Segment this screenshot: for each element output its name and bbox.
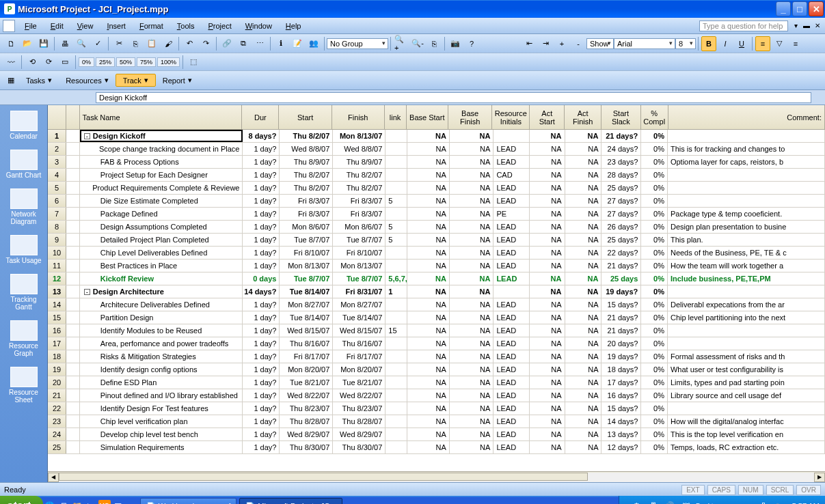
menu-help[interactable]: Help <box>279 20 308 31</box>
autofilter-icon[interactable]: ≡ <box>788 36 803 51</box>
guide-toggle-icon[interactable]: ▦ <box>3 73 18 88</box>
print-preview-icon[interactable]: 🔍 <box>74 36 89 51</box>
pct-0-button[interactable]: 0% <box>79 57 94 67</box>
task-notes-icon[interactable]: 📝 <box>290 36 305 51</box>
taskbar-app-button[interactable]: 📄Microsoft Project - JC... <box>239 498 342 504</box>
paste-icon[interactable]: 📋 <box>144 36 159 51</box>
add-progress-icon[interactable]: ▭ <box>57 55 72 70</box>
table-row[interactable]: 10Chip Level Deliverables Defined1 day?F… <box>48 247 825 260</box>
header-actfinish[interactable]: Act Finish <box>565 105 601 129</box>
menu-tools[interactable]: Tools <box>170 20 202 31</box>
tasks-guide-button[interactable]: Tasks ▾ <box>19 74 59 86</box>
table-row[interactable]: 7Package Defined1 day?Fri 8/3/07Fri 8/3/… <box>48 208 825 221</box>
view-resource-sheet[interactable]: Resource Sheet <box>3 367 44 404</box>
update-project-icon[interactable]: ⬚ <box>186 55 201 70</box>
underline-button[interactable]: U <box>734 36 749 51</box>
table-row[interactable]: 4Project Setup for Each Designer1 day?Th… <box>48 169 825 182</box>
table-row[interactable]: 17Area, perfomance and power tradeoffs1 … <box>48 337 825 350</box>
tray-icon-3[interactable]: 🔊 <box>664 500 676 504</box>
split-task-icon[interactable]: ⋯ <box>252 36 267 51</box>
table-row[interactable]: 13-Design Architecture14 days?Tue 8/14/0… <box>48 285 825 298</box>
mdi-minimize-button[interactable]: ▬ <box>802 21 811 31</box>
table-row[interactable]: 21Pinout defined and I/O library establi… <box>48 389 825 402</box>
table-row[interactable]: 11Best Practices in Place1 day?Mon 8/13/… <box>48 260 825 272</box>
spelling-icon[interactable]: ✓ <box>90 36 105 51</box>
header-slack[interactable]: Start Slack <box>601 105 641 129</box>
undo-icon[interactable]: ↶ <box>182 36 197 51</box>
header-actstart[interactable]: Act Start <box>530 105 565 129</box>
outline-toggle-icon[interactable]: - <box>84 289 90 295</box>
quick-launch-ie-icon[interactable]: 🌐 <box>44 500 56 504</box>
table-row[interactable]: 18Risks & Mitigation Strategies1 day?Fri… <box>48 350 825 363</box>
horizontal-scrollbar[interactable]: ◀ ▶ <box>48 471 825 482</box>
table-row[interactable]: 20Define ESD Plan1 day?Tue 8/21/07Tue 8/… <box>48 376 825 389</box>
pct-50-button[interactable]: 50% <box>116 57 135 67</box>
filter-icon[interactable]: ▽ <box>772 36 787 51</box>
header-link[interactable]: link <box>385 105 407 129</box>
resources-guide-button[interactable]: Resources ▾ <box>59 74 116 86</box>
start-button[interactable]: start <box>0 496 43 504</box>
progress-line-icon[interactable]: 〰 <box>3 55 18 70</box>
reschedule-icon[interactable]: ⟳ <box>41 55 56 70</box>
hide-subtasks-icon[interactable]: - <box>571 36 586 51</box>
entry-bar-input[interactable] <box>96 92 811 103</box>
new-icon[interactable]: 🗋 <box>3 36 18 51</box>
document-icon[interactable] <box>3 20 15 32</box>
quick-launch-media-icon[interactable]: ▶ <box>85 500 97 504</box>
copy-icon[interactable]: ⎘ <box>128 36 143 51</box>
quick-launch-explorer-icon[interactable]: 📁 <box>71 500 83 504</box>
goto-task-icon[interactable]: ⎘ <box>427 36 442 51</box>
table-row[interactable]: 3FAB & Process Options1 day?Thu 8/9/07Th… <box>48 156 825 169</box>
window-close-button[interactable]: ✕ <box>809 1 824 16</box>
tray-chevron-icon[interactable]: » <box>725 500 737 504</box>
quick-launch-vlc-icon[interactable]: VC <box>98 500 111 504</box>
header-taskname[interactable]: Task Name <box>80 105 243 129</box>
view-calendar[interactable]: Calendar <box>3 111 44 140</box>
header-comment[interactable]: Comment: <box>668 105 825 129</box>
help-search-input[interactable] <box>699 20 788 31</box>
menu-view[interactable]: View <box>70 20 100 31</box>
header-indicator[interactable] <box>66 105 79 129</box>
window-minimize-button[interactable]: _ <box>776 1 791 16</box>
header-basefinish[interactable]: Base Finish <box>448 105 492 129</box>
cut-icon[interactable]: ✂ <box>111 36 126 51</box>
window-maximize-button[interactable]: □ <box>792 1 807 16</box>
table-row[interactable]: 5Product Requirements Complete & Reviewe… <box>48 182 825 195</box>
font-combo[interactable]: Arial <box>614 38 675 49</box>
outdent-icon[interactable]: ⇤ <box>522 36 537 51</box>
tray-volume-icon[interactable]: 🔈 <box>774 500 786 504</box>
format-painter-icon[interactable]: 🖌 <box>161 36 176 51</box>
table-row[interactable]: 22Identify Design For Test features1 day… <box>48 402 825 415</box>
menu-format[interactable]: Format <box>133 20 170 31</box>
scroll-right-button[interactable]: ▶ <box>814 473 825 482</box>
assign-resources-icon[interactable]: 👥 <box>306 36 321 51</box>
report-guide-button[interactable]: Report ▾ <box>156 74 199 86</box>
outline-toggle-icon[interactable]: - <box>84 133 90 139</box>
table-row[interactable]: 25Simulation Requirements1 day?Thu 8/30/… <box>48 441 825 454</box>
table-row[interactable]: 15Partition Design1 day?Tue 8/14/07Tue 8… <box>48 311 825 324</box>
tray-icon-4[interactable]: 🛡 <box>680 500 692 504</box>
table-row[interactable]: 16Identify Modules to be Reused1 day?Wed… <box>48 324 825 337</box>
quick-launch-desktop-icon[interactable]: 🖥 <box>57 500 70 504</box>
table-row[interactable]: 23Chip level verification plan1 day?Thu … <box>48 415 825 428</box>
bold-button[interactable]: B <box>701 36 716 51</box>
tray-icon-2[interactable]: 🖶 <box>647 500 660 504</box>
unlink-tasks-icon[interactable]: ⧉ <box>236 36 251 51</box>
update-tasks-icon[interactable]: ⟲ <box>25 55 40 70</box>
header-duration[interactable]: Dur <box>242 105 279 129</box>
italic-button[interactable]: I <box>718 36 733 51</box>
mdi-close-button[interactable]: ✕ <box>813 21 822 31</box>
track-guide-button[interactable]: Track ▾ <box>116 74 156 87</box>
group-by-combo[interactable]: No Group <box>327 38 388 49</box>
show-outline-combo[interactable]: Show <box>586 38 614 49</box>
menu-project[interactable]: Project <box>201 20 238 31</box>
zoom-out-icon[interactable]: 🔍- <box>410 36 425 51</box>
indent-icon[interactable]: ⇥ <box>538 36 553 51</box>
menu-edit[interactable]: Edit <box>44 20 70 31</box>
table-row[interactable]: 1-Design Kickoff8 days?Thu 8/2/07Mon 8/1… <box>48 130 825 143</box>
tray-network-icon[interactable]: 🖧 <box>757 500 770 504</box>
font-size-combo[interactable]: 8 <box>675 38 696 49</box>
help-search-dropdown[interactable]: ▾ <box>791 21 800 31</box>
redo-icon[interactable]: ↷ <box>198 36 213 51</box>
header-rownum[interactable] <box>48 105 66 129</box>
